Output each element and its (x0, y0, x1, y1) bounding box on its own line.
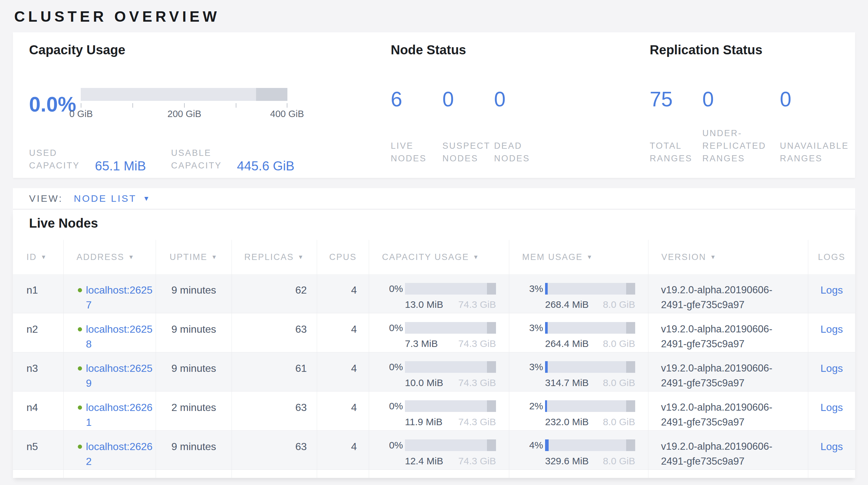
replicas-cell: 62 (231, 274, 317, 313)
capacity-used-value: 10.0 MiB (405, 377, 443, 391)
capacity-bar (405, 400, 496, 412)
mem-usage-cell: 3% 268.4 MiB 8.0 GiB (509, 274, 648, 313)
sort-arrow-icon: ▼ (710, 254, 717, 261)
capacity-axis-ticks (81, 101, 287, 108)
version-cell: v19.2.0-alpha.20190606-2491-gfe735c9a97 (648, 352, 808, 391)
node-address-cell: localhost:26259 (63, 352, 156, 391)
mem-bar-reserved (626, 439, 635, 451)
dead-nodes-label: DEAD NODES (494, 140, 546, 165)
column-header-mem-usage[interactable]: MEM USAGE▼ (509, 240, 648, 274)
node-id-cell: n3 (13, 352, 63, 391)
uptime-cell: 9 minutes (156, 431, 231, 469)
mem-percent-label: 2% (522, 400, 543, 415)
mem-used-value: 314.7 MiB (545, 377, 589, 391)
node-address-link[interactable]: localhost:26258 (86, 322, 156, 351)
under-replicated-value: 0 (702, 88, 780, 111)
total-ranges-stat: 75 TOTAL RANGES (650, 88, 702, 165)
live-nodes-label: LIVE NODES (391, 140, 442, 165)
logs-link[interactable]: Logs (820, 284, 843, 296)
live-status-dot-icon (78, 366, 82, 371)
column-header-uptime[interactable]: UPTIME▼ (156, 240, 231, 274)
mem-total-value: 8.0 GiB (603, 416, 635, 430)
chevron-down-icon: ▼ (143, 195, 151, 202)
uptime-cell: 9 minutes (156, 274, 231, 313)
version-cell: v19.2.0-alpha.20190606-2491-gfe735c9a97 (648, 313, 808, 352)
capacity-axis-labels: 0 GiB 200 GiB 400 GiB (81, 108, 287, 121)
usable-capacity-stat: USABLE CAPACITY 445.6 GiB (171, 147, 294, 172)
capacity-usage-cell: 0% 13.0 MiB 74.3 GiB (369, 274, 509, 313)
unavailable-ranges-label: UNAVAILABLE RANGES (780, 140, 854, 165)
capacity-used-value: 12.4 MiB (405, 455, 443, 469)
live-nodes-table: ID▼ADDRESS▼UPTIME▼REPLICAS▼CPUSCAPACITY … (13, 240, 855, 478)
suspect-nodes-stat: 0 SUSPECT NODES (442, 88, 494, 165)
node-id-cell: n1 (13, 274, 63, 313)
axis-label-400: 400 GiB (270, 109, 304, 119)
mem-percent-label: 3% (522, 361, 543, 375)
capacity-percent-label: 0% (382, 400, 403, 415)
sort-arrow-icon: ▼ (211, 254, 218, 261)
node-address-link[interactable]: localhost:26259 (86, 361, 156, 391)
sort-arrow-icon: ▼ (587, 254, 593, 261)
logs-link[interactable]: Logs (820, 402, 843, 413)
mem-usage-cell: 4% 329.6 MiB 8.0 GiB (509, 431, 648, 469)
mem-bar-fill (545, 322, 548, 334)
node-address-link[interactable]: localhost:26257 (86, 283, 156, 312)
table-row-partial (13, 470, 855, 478)
column-header-capacity-usage[interactable]: CAPACITY USAGE▼ (369, 240, 509, 274)
capacity-bar (405, 322, 496, 334)
capacity-bar-reserved (487, 322, 496, 334)
column-header-logs: LOGS (808, 240, 855, 274)
cpus-cell: 4 (317, 274, 369, 313)
mem-bar-fill (545, 361, 548, 373)
capacity-bar-reserved (487, 283, 496, 294)
uptime-cell: 2 minutes (156, 392, 231, 430)
node-address-cell: localhost:26258 (63, 313, 156, 352)
column-header-replicas[interactable]: REPLICAS▼ (231, 240, 317, 274)
logs-link[interactable]: Logs (820, 363, 843, 374)
usable-capacity-label: USABLE CAPACITY (171, 147, 223, 172)
live-nodes-card: Live Nodes ID▼ADDRESS▼UPTIME▼REPLICAS▼CP… (13, 209, 855, 478)
mem-percent-label: 3% (522, 322, 543, 336)
used-capacity-stat: USED CAPACITY 65.1 MiB (29, 147, 146, 172)
column-header-version[interactable]: VERSION▼ (648, 240, 808, 274)
mem-total-value: 8.0 GiB (603, 377, 635, 391)
node-status-stats: 6 LIVE NODES 0 SUSPECT NODES 0 DEAD NODE… (391, 88, 546, 165)
node-address-link[interactable]: localhost:26262 (86, 439, 156, 469)
column-header-address[interactable]: ADDRESS▼ (63, 240, 156, 274)
mem-bar-reserved (626, 283, 635, 294)
mem-total-value: 8.0 GiB (603, 299, 635, 313)
mem-usage-cell: 3% 264.4 MiB 8.0 GiB (509, 313, 648, 352)
summary-card: Capacity Usage 0.0% (13, 32, 855, 178)
view-label: VIEW: (29, 193, 63, 204)
mem-percent-label: 4% (522, 439, 543, 454)
sort-arrow-icon: ▼ (128, 254, 135, 261)
capacity-total-value: 74.3 GiB (458, 455, 496, 469)
capacity-bar (405, 361, 496, 373)
capacity-stats: USED CAPACITY 65.1 MiB USABLE CAPACITY 4… (29, 147, 294, 172)
cpus-cell: 4 (317, 313, 369, 352)
node-status-title: Node Status (391, 43, 636, 57)
capacity-usage-cell: 0% 11.9 MiB 74.3 GiB (369, 392, 509, 430)
uptime-cell: 9 minutes (156, 313, 231, 352)
logs-cell: Logs (808, 313, 855, 352)
mem-bar-fill (545, 283, 548, 294)
logs-cell: Logs (808, 352, 855, 391)
mem-bar (545, 283, 635, 294)
view-dropdown[interactable]: NODE LIST ▼ (73, 193, 151, 204)
mem-total-value: 8.0 GiB (603, 455, 635, 469)
dead-nodes-value: 0 (494, 88, 546, 111)
mem-bar-reserved (626, 322, 635, 334)
table-row: n4 localhost:26261 2 minutes 63 4 0% 11.… (13, 392, 855, 431)
table-row: n2 localhost:26258 9 minutes 63 4 0% 7.3… (13, 313, 855, 352)
logs-cell: Logs (808, 431, 855, 469)
logs-link[interactable]: Logs (820, 441, 843, 452)
column-header-id[interactable]: ID▼ (13, 240, 63, 274)
unavailable-ranges-stat: 0 UNAVAILABLE RANGES (780, 88, 854, 165)
capacity-bar-reserved-segment (256, 88, 287, 101)
capacity-total-value: 74.3 GiB (458, 377, 496, 391)
capacity-usage-cell: 0% 10.0 MiB 74.3 GiB (369, 352, 509, 391)
node-address-link[interactable]: localhost:26261 (86, 400, 156, 430)
logs-link[interactable]: Logs (820, 323, 843, 335)
mem-total-value: 8.0 GiB (603, 338, 635, 352)
total-ranges-label: TOTAL RANGES (650, 140, 702, 165)
